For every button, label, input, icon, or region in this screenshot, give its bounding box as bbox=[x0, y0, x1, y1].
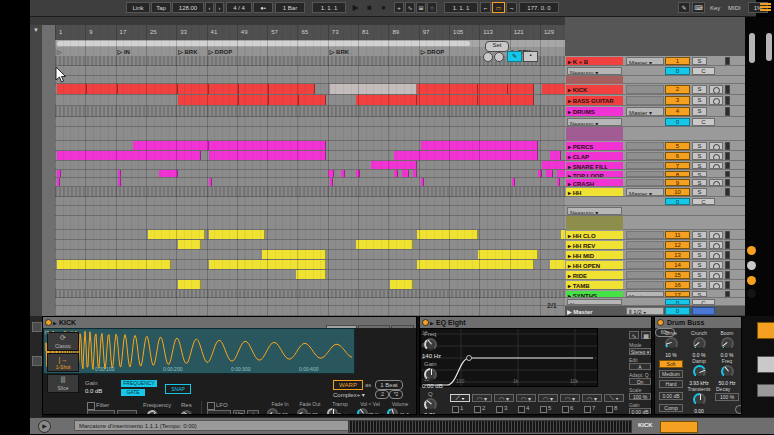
track-activator[interactable]: 11 bbox=[665, 231, 690, 239]
arm-button[interactable] bbox=[709, 231, 723, 239]
transients-value[interactable]: 0.00 bbox=[686, 408, 712, 414]
solo-button[interactable]: S bbox=[692, 152, 707, 160]
track-activator[interactable]: 17 bbox=[665, 291, 690, 297]
clip[interactable] bbox=[118, 170, 122, 177]
sample-start-marker[interactable]: ▷ bbox=[45, 329, 49, 335]
clip[interactable] bbox=[57, 170, 61, 177]
punch-in-button[interactable]: ⌐ bbox=[480, 2, 491, 13]
track-activator[interactable]: 9 bbox=[665, 179, 690, 186]
track-name[interactable]: ▸ K + B bbox=[566, 57, 623, 65]
clip[interactable] bbox=[394, 151, 538, 160]
lane-bass-guitar[interactable] bbox=[55, 95, 567, 106]
clip[interactable] bbox=[356, 95, 417, 105]
filter-res-knob[interactable] bbox=[181, 410, 192, 415]
drive-knob[interactable] bbox=[665, 337, 678, 350]
play-button[interactable]: ▶ bbox=[350, 2, 361, 13]
param-value[interactable]: 35 % bbox=[368, 412, 379, 415]
clip[interactable] bbox=[341, 170, 345, 177]
clip[interactable] bbox=[557, 178, 560, 186]
track-row[interactable] bbox=[565, 127, 745, 141]
beat-time-ruler[interactable]: 191725334149576573818997105113121129 bbox=[55, 25, 567, 41]
cue-out-chooser[interactable]: ⦀ 1/2 ▾ bbox=[626, 307, 664, 315]
loop-length-field[interactable]: 177. 0. 0 bbox=[519, 2, 559, 13]
input-routing-chooser[interactable]: Nessuno ▾ bbox=[567, 207, 622, 215]
lane-tamb[interactable] bbox=[55, 280, 567, 290]
warp-size-chooser[interactable]: 1 Beat bbox=[375, 380, 403, 390]
lane-ride[interactable] bbox=[55, 270, 567, 280]
group-fold-area[interactable] bbox=[566, 216, 623, 230]
eq-band-2-filter-chooser[interactable]: ◠ ▾ bbox=[472, 394, 492, 402]
follow-button[interactable] bbox=[747, 289, 756, 298]
eq-band-4-filter-chooser[interactable]: ◠ ▾ bbox=[516, 394, 536, 402]
solo-button[interactable]: S bbox=[692, 96, 707, 105]
track-row-ride[interactable]: ▸ RIDE15S bbox=[565, 270, 745, 280]
eq-band-1-checkbox[interactable] bbox=[452, 406, 459, 413]
track-activator[interactable]: 10 bbox=[665, 188, 690, 196]
solo-button[interactable]: S bbox=[692, 261, 707, 269]
eq-band-5-checkbox[interactable] bbox=[540, 406, 547, 413]
transients-knob[interactable] bbox=[693, 393, 706, 406]
clip[interactable] bbox=[118, 84, 179, 94]
clip[interactable] bbox=[330, 178, 333, 186]
lfo-hz-button[interactable]: Hz bbox=[233, 410, 245, 415]
device-scroll-strip[interactable] bbox=[348, 420, 632, 433]
warp-double-button[interactable]: *2 bbox=[389, 390, 403, 399]
stop-button[interactable]: ■ bbox=[364, 2, 375, 13]
solo-button[interactable]: S bbox=[692, 241, 707, 249]
clip[interactable] bbox=[371, 161, 416, 169]
device-on-led[interactable] bbox=[657, 319, 664, 326]
track-name[interactable]: ▸ SYNTHS bbox=[566, 291, 623, 297]
clip[interactable] bbox=[512, 178, 515, 186]
eq-band-4-checkbox[interactable] bbox=[518, 406, 525, 413]
snap-button[interactable]: SNAP bbox=[165, 384, 191, 394]
panel-scrollbar[interactable] bbox=[749, 33, 755, 63]
arrangement-position-field[interactable]: 1. 1. 1 bbox=[312, 2, 346, 13]
eq-edit-chooser[interactable]: A bbox=[629, 363, 651, 370]
clip[interactable] bbox=[269, 95, 299, 105]
trim-field[interactable]: 0.00 dB bbox=[659, 392, 683, 400]
track-activator[interactable]: 2 bbox=[665, 85, 690, 94]
clip[interactable] bbox=[478, 95, 535, 105]
eq-band-5-filter-chooser[interactable]: ◠ ▾ bbox=[538, 394, 558, 402]
device-on-led[interactable] bbox=[422, 319, 429, 326]
lane-sub[interactable] bbox=[55, 197, 567, 206]
link-button[interactable]: Link bbox=[126, 2, 150, 13]
track-row-master[interactable]: ▶ Master⦀ 1/2 ▾0 bbox=[565, 306, 745, 316]
menu-icon[interactable] bbox=[760, 3, 771, 13]
loop-button[interactable]: ▭ bbox=[492, 2, 505, 13]
clip[interactable] bbox=[413, 170, 417, 177]
nudge-up-button[interactable]: › bbox=[215, 2, 224, 13]
param-value[interactable]: -11.0 dB bbox=[398, 412, 416, 415]
clip[interactable] bbox=[209, 141, 326, 150]
param-knob-volume[interactable] bbox=[387, 408, 398, 415]
track-row[interactable] bbox=[565, 76, 745, 84]
track-name[interactable]: ▸ PERCS bbox=[566, 142, 623, 150]
lane-synths[interactable] bbox=[55, 290, 567, 298]
clip[interactable] bbox=[356, 240, 413, 249]
solo-button[interactable]: S bbox=[692, 271, 707, 279]
clip[interactable] bbox=[239, 84, 269, 94]
time-signature-field[interactable]: 4 / 4 bbox=[226, 2, 252, 13]
group-fold-area[interactable] bbox=[566, 76, 623, 84]
track-name[interactable]: ▸ HH bbox=[566, 188, 623, 196]
track-activator[interactable]: 1 bbox=[665, 57, 690, 65]
clip[interactable] bbox=[57, 151, 201, 160]
clip[interactable] bbox=[262, 250, 326, 259]
input-routing-chooser[interactable]: Nessuno ▾ bbox=[567, 67, 622, 75]
arm-button[interactable] bbox=[709, 179, 723, 186]
track-row-drums[interactable]: ▸ DRUMSMaster ▾4S bbox=[565, 106, 745, 117]
clip[interactable] bbox=[542, 161, 567, 169]
clip[interactable] bbox=[328, 170, 334, 177]
locator-in[interactable]: ▷ IN bbox=[118, 48, 130, 55]
clip-lanes[interactable] bbox=[55, 56, 567, 316]
input-routing-chooser[interactable]: Nessuno ▾ bbox=[567, 118, 622, 126]
session-record-button[interactable]: ○ bbox=[427, 2, 437, 13]
clip[interactable] bbox=[159, 170, 178, 177]
track-name[interactable]: ▸ TAMB bbox=[566, 281, 623, 289]
output-routing-chooser[interactable]: Master ▾ bbox=[626, 107, 664, 116]
clip[interactable] bbox=[87, 84, 117, 94]
eq-band-3-filter-chooser[interactable]: ◠ ▾ bbox=[494, 394, 514, 402]
gain-value[interactable]: 0.0 dB bbox=[85, 388, 102, 394]
eq-band-7-checkbox[interactable] bbox=[584, 406, 591, 413]
lane-fold[interactable] bbox=[55, 127, 567, 141]
